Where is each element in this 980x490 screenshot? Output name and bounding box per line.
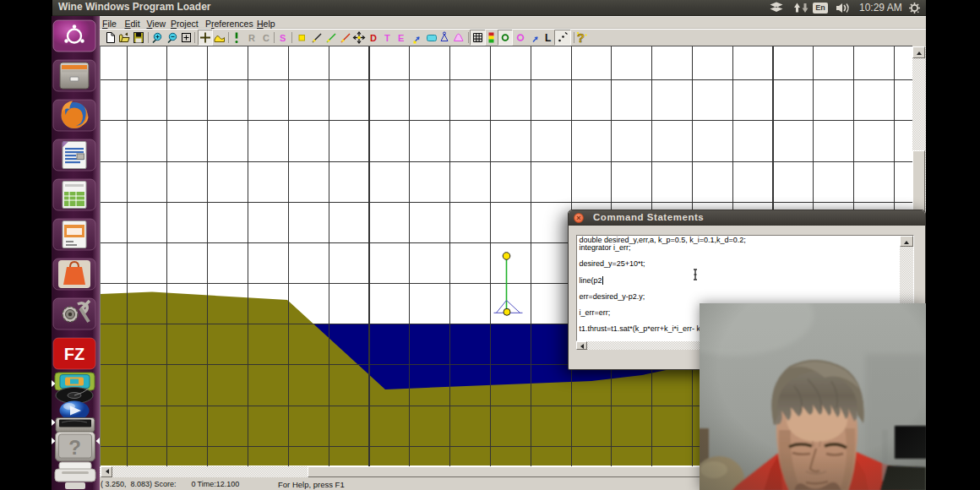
svg-text:FZ: FZ (64, 345, 84, 363)
svg-text:R: R (248, 33, 255, 43)
svg-text:S: S (280, 33, 286, 43)
svg-text:?: ? (68, 436, 81, 459)
svg-text:C: C (263, 33, 270, 43)
svg-text:L: L (545, 32, 551, 44)
svg-text:E: E (398, 33, 404, 43)
svg-text:T: T (384, 33, 390, 43)
svg-text:D: D (370, 33, 377, 43)
